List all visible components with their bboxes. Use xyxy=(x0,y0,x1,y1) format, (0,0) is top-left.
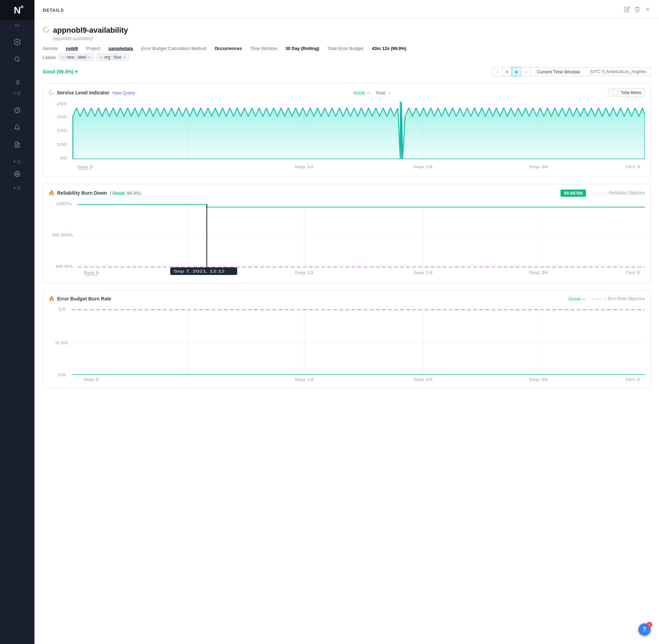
sli-right-controls: Total Metric xyxy=(609,89,645,97)
label2-text: org : blue xyxy=(104,55,122,60)
reliability-chart-container: 100% 99.95% 99.9% xyxy=(49,200,645,277)
status-good[interactable]: Good (99.9%) ▾ xyxy=(43,69,78,74)
error-budget-good-stat: Good: -- xyxy=(569,296,585,301)
slo-title-row: appnobl9-availability xyxy=(43,26,651,35)
label2-remove[interactable]: ✕ xyxy=(123,55,126,59)
error-budget-chart-header: 🔥 Error Budget Burn Rate Good: -- - - - … xyxy=(49,296,645,301)
label-tag-1: 🏷 new : label ✕ xyxy=(59,54,93,61)
play-button[interactable]: ▶ xyxy=(512,67,521,76)
sidebar-group-toggle1[interactable]: ▼ xyxy=(13,91,22,96)
prev-button[interactable]: ‹ xyxy=(492,67,502,76)
slo-name: appnobl9-availability xyxy=(53,26,128,35)
sidebar-section-label: SE xyxy=(14,24,20,28)
sli-total-stat: Total: -- xyxy=(375,90,390,95)
sli-chart-header: Service Level Indicator View Query Good:… xyxy=(49,89,645,97)
svg-text:Sep 26: Sep 26 xyxy=(529,165,548,169)
svg-text:Sep 19: Sep 19 xyxy=(413,378,432,381)
error-budget-chart-icon: 🔥 xyxy=(49,296,54,301)
error-budget-chart-section: 🔥 Error Budget Burn Rate Good: -- - - - … xyxy=(43,290,651,389)
svg-text:2021: 2021 xyxy=(84,381,98,381)
slo-subtitle: (appnobl9-availability) xyxy=(43,36,651,41)
sidebar-item-report[interactable] xyxy=(10,137,25,152)
reliability-badge-area: 99.99768 xyxy=(560,190,586,196)
logo-dot xyxy=(21,6,23,8)
status-chevron: ▾ xyxy=(75,69,78,74)
svg-text:2021: 2021 xyxy=(84,274,98,276)
svg-text:1X: 1X xyxy=(58,307,66,311)
svg-text:Oct 3: Oct 3 xyxy=(626,271,640,275)
svg-text:100: 100 xyxy=(57,143,67,146)
svg-text:Sep 12: Sep 12 xyxy=(295,165,314,169)
svg-text:Sep 19: Sep 19 xyxy=(413,165,432,169)
burn-rate-legend-label: Burn Rate Objective xyxy=(608,296,645,301)
reliability-chart-title: Reliability Burn Down xyxy=(57,190,107,196)
label1-text: new : label xyxy=(66,55,86,60)
reliability-legend-dashes: - - - - xyxy=(593,191,607,195)
sidebar-group-toggle3[interactable]: ▼ xyxy=(13,185,22,190)
service-label: Service xyxy=(43,46,58,51)
sli-chart-title: Service Level Indicator xyxy=(57,90,110,95)
svg-text:200: 200 xyxy=(57,115,67,119)
sidebar: N SE ▼ ▼ ▼ xyxy=(0,0,34,644)
slo-spinner-icon xyxy=(43,26,50,35)
divider3 xyxy=(7,99,28,99)
sidebar-item-bell[interactable] xyxy=(10,120,25,135)
total-metric-label: Total Metric xyxy=(621,90,642,95)
meta-row: Service nobl9 Project sampledata Error B… xyxy=(43,46,651,51)
sidebar-item-search[interactable] xyxy=(10,52,25,67)
total-error-budget-value: 43m 12s (99.9%) xyxy=(372,46,406,51)
panel-header: DETAILS xyxy=(34,0,659,19)
sidebar-item-clock[interactable] xyxy=(10,103,25,118)
svg-text:Sep 26: Sep 26 xyxy=(529,271,548,275)
labels-label: Labels xyxy=(43,55,56,60)
total-metric-toggle[interactable]: Total Metric xyxy=(609,89,645,97)
svg-text:0X: 0X xyxy=(58,373,66,377)
project-value[interactable]: sampledata xyxy=(109,46,133,51)
sidebar-item-list[interactable] xyxy=(10,75,25,90)
divider xyxy=(7,30,28,31)
error-budget-chart-title: Error Budget Burn Rate xyxy=(57,296,111,301)
close-button[interactable] xyxy=(645,6,651,14)
content: appnobl9-availability (appnobl9-availabi… xyxy=(34,19,659,644)
svg-text:Sep 12: Sep 12 xyxy=(295,271,314,275)
sli-good-stat: Good: -- xyxy=(353,90,370,95)
sli-svg: 250 200 150 100 50 xyxy=(49,101,645,170)
sidebar-group-toggle2[interactable]: ▼ xyxy=(13,159,22,164)
sidebar-item-home[interactable] xyxy=(10,34,25,50)
pause-button[interactable]: ⏸ xyxy=(502,67,512,76)
svg-text:250: 250 xyxy=(57,102,67,106)
error-budget-title-row: 🔥 Error Budget Burn Rate xyxy=(49,296,111,301)
help-button[interactable]: ? 3 xyxy=(638,623,651,636)
svg-text:99.9%: 99.9% xyxy=(56,265,73,268)
tag-icon-1: 🏷 xyxy=(62,55,65,59)
status-percentage: (99.9%) xyxy=(57,69,74,74)
label1-remove[interactable]: ✕ xyxy=(88,55,91,59)
reliability-title-row: 🔥 Reliability Burn Down ( Good: 99.9%) xyxy=(49,190,141,196)
delete-button[interactable] xyxy=(634,6,640,14)
svg-text:100%: 100% xyxy=(56,202,72,206)
service-value[interactable]: nobl9 xyxy=(66,46,78,51)
reliability-chart-section: 🔥 Reliability Burn Down ( Good: 99.9%) 9… xyxy=(43,184,651,283)
sli-view-query[interactable]: View Query xyxy=(112,90,135,95)
reliability-good-value: Good: xyxy=(113,191,127,196)
svg-text:99.95%: 99.95% xyxy=(52,233,73,237)
error-budget-svg: 1X 0.5X 0X xyxy=(49,306,645,381)
edit-button[interactable] xyxy=(624,6,630,14)
svg-text:Sep 19: Sep 19 xyxy=(413,271,432,275)
reliability-chart-header: 🔥 Reliability Burn Down ( Good: 99.9%) 9… xyxy=(49,190,645,196)
reliability-chart-icon: 🔥 xyxy=(49,190,54,196)
total-error-budget-label: Total Error Budget xyxy=(328,46,364,51)
reliability-good-label: ( Good: 99.9%) xyxy=(110,191,141,196)
svg-point-3 xyxy=(15,57,19,61)
sidebar-item-settings[interactable] xyxy=(10,166,25,182)
svg-text:Oct 3: Oct 3 xyxy=(626,378,640,381)
error-budget-label: Error Budget Calculation Method xyxy=(141,46,206,51)
svg-text:2021: 2021 xyxy=(78,168,92,170)
divider2 xyxy=(7,71,28,71)
labels-row: Labels 🏷 new : label ✕ 🏷 org : blue ✕ xyxy=(43,54,651,61)
svg-point-14 xyxy=(19,161,20,162)
next-button[interactable]: › xyxy=(521,67,531,76)
svg-text:Oct 3: Oct 3 xyxy=(626,165,640,169)
sidebar-logo: N xyxy=(0,0,34,21)
tag-icon-2: 🏷 xyxy=(100,55,103,59)
